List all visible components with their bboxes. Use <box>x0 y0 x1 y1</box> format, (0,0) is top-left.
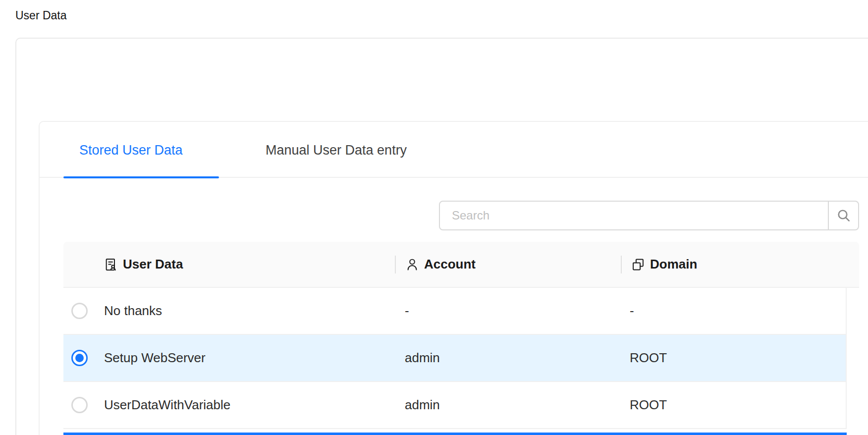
cell-domain: ROOT <box>630 335 667 381</box>
cell-domain: ROOT <box>630 382 667 428</box>
column-label: Domain <box>650 257 697 272</box>
column-separator <box>395 256 396 273</box>
cell-account: - <box>405 288 409 334</box>
person-icon <box>405 258 419 272</box>
tab-stored-user-data[interactable]: Stored User Data <box>79 142 183 158</box>
page: User Data Stored User Data Manual User D… <box>0 0 868 435</box>
cell-account: admin <box>405 335 440 381</box>
radio-checked[interactable] <box>71 350 88 366</box>
table-body: No thanks - - Setup WebServer admin ROOT… <box>63 288 847 429</box>
tab-manual-user-data-entry[interactable]: Manual User Data entry <box>266 142 407 158</box>
column-header-account: Account <box>405 242 476 287</box>
search-icon <box>836 208 852 223</box>
cell-user-data: No thanks <box>104 288 162 334</box>
search-input[interactable] <box>439 201 829 230</box>
table-row-no-thanks[interactable]: No thanks - - <box>63 288 847 335</box>
cell-account: admin <box>405 382 440 428</box>
bottom-blue-bar <box>63 433 847 435</box>
overlapping-squares-icon <box>631 258 645 272</box>
active-tab-ink-bar <box>63 176 219 178</box>
table-body-right-border <box>846 288 847 429</box>
cell-user-data: Setup WebServer <box>104 335 206 381</box>
search-button[interactable] <box>828 201 859 230</box>
table-row-userdatawithvariable[interactable]: UserDataWithVariable admin ROOT <box>63 382 847 429</box>
column-label: User Data <box>123 257 183 272</box>
page-title: User Data <box>15 8 67 22</box>
column-label: Account <box>424 257 476 272</box>
user-data-document-icon <box>104 258 118 272</box>
cell-domain: - <box>630 288 634 334</box>
column-header-domain: Domain <box>631 242 697 287</box>
column-separator <box>621 256 622 273</box>
cell-user-data: UserDataWithVariable <box>104 382 230 428</box>
table-row-setup-webserver[interactable]: Setup WebServer admin ROOT <box>63 335 847 382</box>
radio-unchecked[interactable] <box>71 397 88 413</box>
column-header-user-data: User Data <box>104 242 183 287</box>
search-bar <box>439 201 859 230</box>
radio-unchecked[interactable] <box>71 303 88 319</box>
table-header: User Data Account Domain <box>63 242 859 288</box>
